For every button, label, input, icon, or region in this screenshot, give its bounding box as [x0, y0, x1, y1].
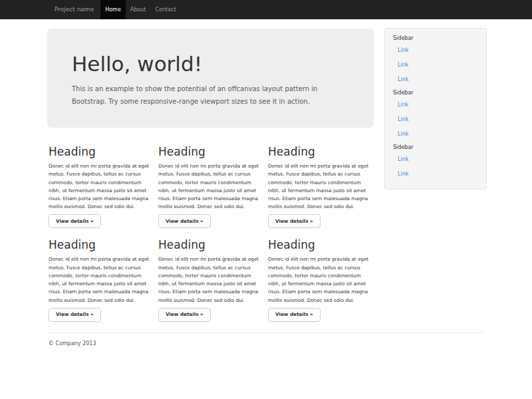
content-card: Heading Donec id elit non mi porta gravi…: [268, 145, 369, 228]
navbar: Project name Home About Contact: [0, 0, 532, 19]
card-heading: Heading: [268, 145, 369, 158]
sidebar-group-heading: Sidebar: [393, 88, 478, 97]
footer: © Company 2013: [40, 340, 492, 346]
nav-item: Home: [100, 0, 126, 19]
sidebar-link[interactable]: Link: [393, 112, 478, 126]
jumbotron: Hello, world! This is an example to show…: [47, 29, 374, 128]
content-card: Heading Donec id elit non mi porta gravi…: [268, 238, 369, 321]
sidebar-group-heading: Sidebar: [393, 143, 478, 152]
navbar-menu: Home About Contact: [100, 0, 180, 19]
view-details-button[interactable]: View details »: [158, 308, 211, 322]
view-details-button[interactable]: View details »: [49, 308, 101, 322]
card-body-text: Donec id elit non mi porta gravida at eg…: [158, 162, 259, 211]
jumbotron-description: This is an example to show the potential…: [72, 83, 349, 108]
view-details-button[interactable]: View details »: [49, 214, 101, 228]
navbar-brand[interactable]: Project name: [40, 0, 94, 19]
content-row: Hello, world! This is an example to show…: [40, 19, 492, 322]
view-details-button[interactable]: View details »: [268, 308, 321, 322]
card-heading: Heading: [49, 238, 150, 251]
sidebar-link[interactable]: Link: [393, 126, 478, 141]
content-card: Heading Donec id elit non mi porta gravi…: [49, 238, 150, 321]
sidebar-group-heading: Sidebar: [393, 34, 478, 43]
card-body-text: Donec id elit non mi porta gravida at eg…: [49, 162, 150, 211]
navbar-inner: Project name Home About Contact: [40, 0, 492, 19]
card-heading: Heading: [49, 145, 150, 158]
card-heading: Heading: [158, 238, 259, 251]
nav-item: Contact: [150, 0, 180, 19]
view-details-button[interactable]: View details »: [268, 214, 321, 228]
nav-link-home[interactable]: Home: [100, 0, 126, 19]
sidebar-link[interactable]: Link: [393, 97, 478, 112]
cards-row-1: Heading Donec id elit non mi porta gravi…: [40, 145, 380, 228]
sidebar-link[interactable]: Link: [393, 152, 478, 166]
content-card: Heading Donec id elit non mi porta gravi…: [158, 238, 259, 321]
sidebar-link[interactable]: Link: [393, 57, 478, 72]
card-body-text: Donec id elit non mi porta gravida at eg…: [268, 162, 369, 211]
sidebar-link[interactable]: Link: [393, 43, 478, 57]
main-column: Hello, world! This is an example to show…: [40, 19, 380, 322]
page-title: Hello, world!: [72, 53, 349, 75]
sidebar-link[interactable]: Link: [393, 166, 478, 181]
copyright-text: © Company 2013: [49, 340, 492, 346]
content-card: Heading Donec id elit non mi porta gravi…: [49, 145, 150, 228]
card-heading: Heading: [268, 238, 369, 251]
nav-item: About: [126, 0, 151, 19]
card-body-text: Donec id elit non mi porta gravida at eg…: [49, 255, 150, 305]
card-body-text: Donec id elit non mi porta gravida at eg…: [268, 255, 369, 305]
nav-link-contact[interactable]: Contact: [150, 0, 180, 19]
view-details-button[interactable]: View details »: [158, 214, 211, 228]
page-container: Hello, world! This is an example to show…: [40, 19, 492, 346]
cards-row-2: Heading Donec id elit non mi porta gravi…: [40, 238, 380, 321]
nav-link-about[interactable]: About: [126, 0, 151, 19]
sidebar: Sidebar Link Link Link Sidebar Link Link…: [384, 28, 487, 190]
sidebar-link[interactable]: Link: [393, 72, 478, 86]
content-card: Heading Donec id elit non mi porta gravi…: [158, 145, 259, 228]
footer-divider: [47, 332, 485, 333]
card-body-text: Donec id elit non mi porta gravida at eg…: [158, 255, 259, 305]
card-heading: Heading: [158, 145, 259, 158]
